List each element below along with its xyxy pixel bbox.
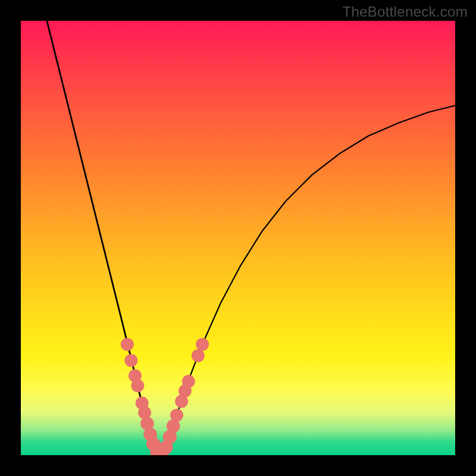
marker-point [124, 354, 137, 367]
chart-svg [21, 21, 455, 455]
curve-group [47, 21, 455, 455]
chart-frame: TheBottleneck.com [0, 0, 476, 476]
watermark-text: TheBottleneck.com [342, 4, 468, 20]
marker-point [192, 349, 205, 362]
marker-point [196, 338, 209, 351]
marker-point [170, 409, 183, 422]
plot-area [21, 21, 455, 455]
marker-point [131, 379, 144, 392]
curve-right-arm [159, 105, 455, 455]
scatter-group [121, 338, 209, 455]
marker-point [121, 338, 134, 351]
marker-point [182, 375, 195, 388]
